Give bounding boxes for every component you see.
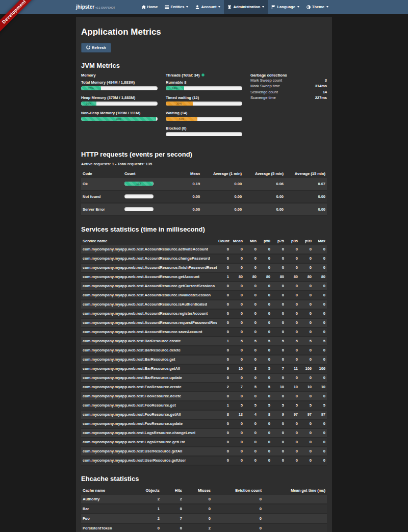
service-value-cell: 5 — [258, 337, 272, 346]
memory-metric: Total Memory (484M / 1,883M)26% — [81, 80, 158, 90]
nav-item-account[interactable]: Account — [192, 0, 224, 14]
service-value-cell: 0 — [272, 327, 286, 337]
service-value-cell: 0 — [299, 392, 313, 401]
service-value-cell: 0 — [286, 355, 299, 364]
service-value-cell: 0 — [299, 300, 313, 309]
http-value-cell: 0.00 — [285, 190, 327, 203]
http-value-cell: 0.00 — [201, 178, 243, 190]
service-value-cell: 0 — [286, 419, 299, 428]
http-summary: Active requests: 1 - Total requests: 135 — [81, 162, 327, 166]
service-value-cell: 5 — [272, 401, 286, 410]
service-value-cell: 0 — [286, 291, 299, 300]
service-value-cell: 0 — [244, 245, 258, 254]
memory-metric-label: Heap Memory (375M / 1,883M) — [81, 95, 158, 100]
table-row: Server Error0.000.000.000.00 — [81, 203, 327, 216]
service-value-cell: 0 — [244, 282, 258, 291]
nav-item-theme[interactable]: Theme — [303, 0, 332, 14]
chevron-down-icon — [218, 6, 220, 8]
service-value-cell: 3 — [244, 364, 258, 373]
service-value-cell: 0 — [244, 291, 258, 300]
column-header: Average (5 min) — [243, 169, 285, 178]
service-name-cell: com.mycompany.myapp.web.rest.AccountReso… — [81, 318, 217, 327]
service-value-cell: 0 — [231, 428, 244, 438]
column-header: p50 — [258, 237, 272, 245]
service-value-cell: 0 — [217, 300, 231, 309]
http-value-cell: 0.00 — [243, 190, 285, 203]
column-header: p99 — [299, 237, 313, 245]
cache-name-cell: Foo — [81, 514, 136, 523]
table-row: com.mycompany.myapp.web.rest.FooResource… — [81, 419, 327, 428]
service-value-cell: 10 — [299, 383, 313, 392]
gc-value: 14 — [323, 89, 327, 95]
service-value-cell: 0 — [313, 438, 327, 447]
service-value-cell: 0 — [313, 456, 327, 465]
threads-status-icon[interactable] — [201, 73, 205, 77]
http-count-bar: 132 — [124, 182, 154, 186]
http-heading: HTTP requests (events per second) — [81, 150, 327, 158]
service-value-cell: 0 — [313, 300, 327, 309]
nav-item-entities[interactable]: Entities — [161, 0, 192, 14]
service-value-cell: 0 — [258, 263, 272, 272]
http-value-cell: 0.00 — [160, 190, 201, 203]
refresh-button[interactable]: Refresh — [81, 43, 111, 53]
service-value-cell: 0 — [231, 318, 244, 327]
gc-row: Mark Sweep time314ms — [250, 83, 327, 89]
service-value-cell: 0 — [272, 318, 286, 327]
brand-name: jhipster — [76, 4, 94, 10]
service-value-cell: 0 — [217, 254, 231, 263]
service-value-cell: 0 — [299, 419, 313, 428]
service-value-cell: 80 — [313, 272, 327, 282]
service-name-cell: com.mycompany.myapp.web.rest.LogsResourc… — [81, 438, 217, 447]
column-header: Average (15 min) — [285, 169, 327, 178]
service-value-cell: 0 — [217, 373, 231, 383]
service-value-cell: 97 — [313, 410, 327, 419]
http-value-cell: 0.07 — [285, 178, 327, 190]
service-value-cell: 0 — [272, 291, 286, 300]
services-statistics-table: Service nameCountMeanMinp50p75p95p99Max … — [81, 237, 327, 466]
service-value-cell: 0 — [272, 346, 286, 355]
threads-heading: Threads (Total: 34) — [166, 73, 200, 78]
service-value-cell: 0 — [313, 309, 327, 318]
table-row: Not found0.000.000.000.00 — [81, 190, 327, 203]
threads-metric-label: Runnable 8 — [166, 80, 242, 85]
column-header: Min — [244, 237, 258, 245]
nav-item-label: Home — [147, 5, 158, 9]
service-value-cell: 0 — [258, 428, 272, 438]
memory-metric: Heap Memory (375M / 1,883M)20% — [81, 95, 158, 106]
memory-progress-bar-fill: 26% — [81, 86, 101, 90]
service-value-cell: 0 — [272, 263, 286, 272]
http-value-cell: 0.00 — [160, 203, 201, 216]
memory-column: Memory Total Memory (484M / 1,883M)26%He… — [81, 73, 158, 141]
table-row: com.mycompany.myapp.web.rest.AccountReso… — [81, 282, 327, 291]
service-value-cell: 0 — [231, 254, 244, 263]
cache-value-cell: 0 — [161, 523, 184, 532]
brand[interactable]: jhipster v0.1-SNAPSHOT — [76, 0, 115, 14]
service-value-cell: 0 — [313, 373, 327, 383]
service-value-cell: 0 — [244, 428, 258, 438]
service-value-cell: 0 — [286, 318, 299, 327]
service-value-cell: 5 — [286, 401, 299, 410]
service-value-cell: 0 — [217, 456, 231, 465]
threads-metric: Waiting (14)41% — [166, 111, 242, 121]
threads-progress-bar — [166, 132, 242, 136]
nav-item-home[interactable]: Home — [138, 0, 162, 14]
nav-item-language[interactable]: Language — [268, 0, 302, 14]
service-value-cell: 0 — [299, 291, 313, 300]
http-value-cell: 0.19 — [160, 178, 201, 190]
jvm-heading: JVM Metrics — [81, 62, 327, 69]
service-value-cell: 0 — [217, 419, 231, 428]
service-value-cell: 0 — [231, 309, 244, 318]
service-value-cell: 0 — [244, 373, 258, 383]
service-value-cell: 80 — [231, 272, 244, 282]
service-value-cell: 0 — [272, 282, 286, 291]
service-value-cell: 8 — [258, 410, 272, 419]
threads-metric-label: Waiting (14) — [166, 111, 242, 115]
memory-progress-bar: 98% — [81, 117, 158, 121]
threads-metric-label: Timed waiting (12) — [166, 95, 242, 100]
cache-value-cell: 2 — [184, 523, 212, 532]
service-value-cell: 9 — [217, 364, 231, 373]
service-value-cell: 0 — [231, 245, 244, 254]
threads-progress-bar-fill: 41% — [166, 117, 197, 121]
cache-value-cell — [263, 504, 327, 514]
nav-item-administration[interactable]: Administration — [224, 0, 268, 14]
